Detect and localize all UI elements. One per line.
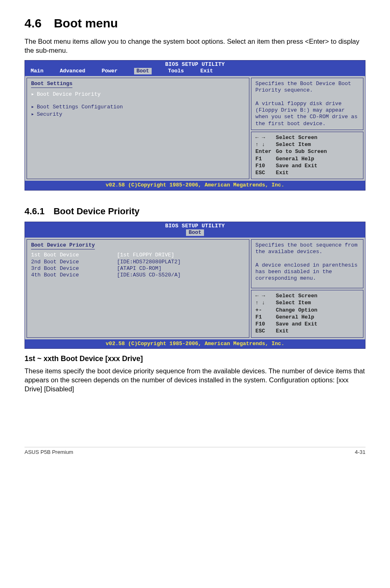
nav-key: +- [256,307,276,314]
bios-copyright: v02.58 (C)Copyright 1985-2006, American … [25,181,365,190]
bios-left-pane: Boot Device Priority 1st Boot Device [1s… [27,239,249,338]
bios-nav-help: ← →Select Screen ↑ ↓Select Item EnterGo … [251,132,363,180]
nav-key: F10 [256,321,276,328]
row-1st-boot-device[interactable]: 1st Boot Device [1st FLOPPY DRIVE] [31,252,245,258]
nav-key: F1 [256,156,276,162]
nav-label: Change Option [276,307,359,314]
row-3rd-boot-device[interactable]: 3rd Boot Device [ATAPI CD-ROM] [31,265,245,272]
chevron-right-icon: ▸ [31,104,37,110]
nav-key: Enter [256,148,276,155]
row-key: 1st Boot Device [31,252,117,258]
row-val: [1st FLOPPY DRIVE] [117,252,174,258]
nav-label: General Help [276,314,359,321]
menu-power[interactable]: Power [102,68,118,74]
footer-right: 4-31 [355,449,365,455]
nav-label: Exit [276,170,359,176]
item-label: Boot Settings Configuration [37,104,123,110]
row-key: 3rd Boot Device [31,265,117,272]
arrows-lr-icon: ← → [256,293,276,299]
nav-label: Exit [276,328,359,334]
row-val: [IDE:HDS728080PLAT2] [117,259,181,265]
arrows-ud-icon: ↑ ↓ [256,141,276,148]
item-label: Security [37,111,62,118]
bios-screenshot-boot-priority: BIOS SETUP UTILITY Boot Boot Device Prio… [25,222,365,349]
nav-label: Save and Exit [276,163,359,169]
page-footer: ASUS P5B Premium 4-31 [25,447,365,455]
nav-label: General Help [276,156,359,162]
row-2nd-boot-device[interactable]: 2nd Boot Device [IDE:HDS728080PLAT2] [31,259,245,265]
nav-label: Go to Sub Screen [276,148,359,155]
menu-main[interactable]: Main [31,68,43,74]
nav-key: F10 [256,163,276,169]
menu-advanced[interactable]: Advanced [60,68,85,74]
menu-tools[interactable]: Tools [168,68,184,74]
row-key: 4th Boot Device [31,272,117,278]
row-val: [ATAPI CD-ROM] [117,265,161,272]
bios-nav-help: ← →Select Screen ↑ ↓Select Item +-Change… [251,290,363,338]
nav-label: Save and Exit [276,321,359,328]
bios-help-text: Specifies the Boot Device Boot Priority … [251,78,363,130]
left-heading: Boot Device Priority [31,242,95,249]
chevron-right-icon: ▸ [31,91,37,98]
nav-key: ESC [256,170,276,176]
row-val: [IDE:ASUS CD-S520/A] [117,272,181,278]
nav-key: F1 [256,314,276,321]
row-key: 2nd Boot Device [31,259,117,265]
nav-label: Select Item [276,141,359,148]
bios-copyright: v02.58 (C)Copyright 1985-2006, American … [25,339,365,348]
bios-menubar: Main Advanced Power Boot Tools Exit [25,68,365,76]
subsection-title: 4.6.1 Boot Device Priority [25,206,365,217]
section-intro: The Boot menu items allow you to change … [25,37,365,55]
nav-label: Select Screen [276,293,359,299]
item-boot-device-priority[interactable]: ▸ Boot Device Priority [31,91,245,98]
bios-title: BIOS SETUP UTILITY [25,61,365,68]
bios-help-text: Specifies the boot sequence from the ava… [251,239,363,288]
option-heading: 1st ~ xxth Boot Device [xxx Drive] [25,355,365,363]
arrows-ud-icon: ↑ ↓ [256,300,276,306]
menu-boot[interactable]: Boot [186,229,204,236]
chevron-right-icon: ▸ [31,111,37,118]
bios-left-pane: Boot Settings ▸ Boot Device Priority ▸ B… [27,78,249,179]
item-label: Boot Device Priority [37,91,101,98]
nav-label: Select Screen [276,135,359,141]
left-heading: Boot Settings [31,81,72,88]
section-title: 4.6 Boot menu [25,16,365,30]
row-4th-boot-device[interactable]: 4th Boot Device [IDE:ASUS CD-S520/A] [31,272,245,278]
item-security[interactable]: ▸ Security [31,111,245,118]
bios-menubar: Boot [25,229,365,238]
arrows-lr-icon: ← → [256,135,276,141]
bios-title: BIOS SETUP UTILITY [25,222,365,229]
nav-key: ESC [256,328,276,334]
menu-boot[interactable]: Boot [134,68,152,74]
menu-exit[interactable]: Exit [200,68,213,74]
bios-screenshot-boot-root: BIOS SETUP UTILITY Main Advanced Power B… [25,60,365,191]
nav-label: Select Item [276,300,359,306]
item-boot-settings-configuration[interactable]: ▸ Boot Settings Configuration [31,104,245,110]
option-text: These items specify the boot device prio… [25,366,365,394]
footer-left: ASUS P5B Premium [25,449,73,455]
